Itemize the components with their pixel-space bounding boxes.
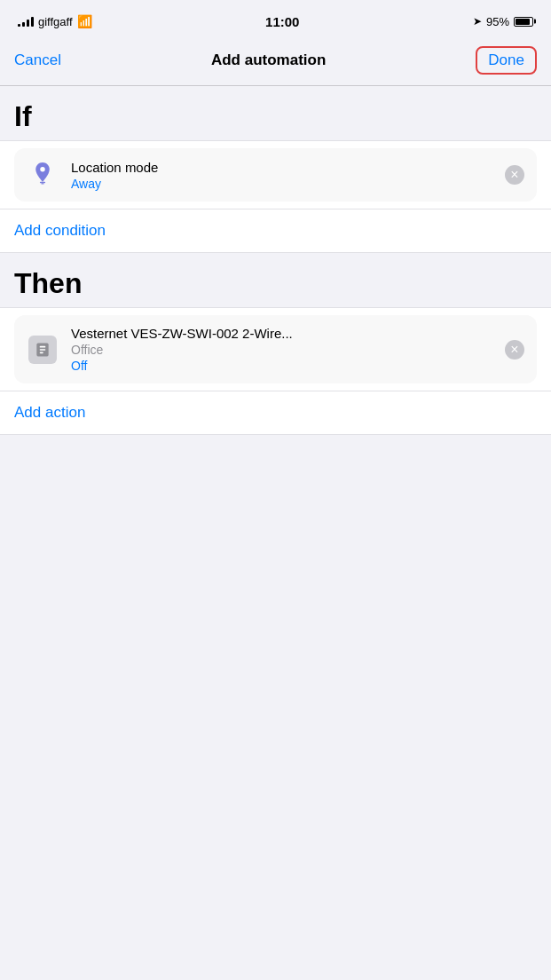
add-action-area: Add action [0,391,551,435]
if-section-header: If [0,86,551,140]
condition-title: Location mode [71,160,492,175]
status-left: giffgaff 📶 [18,14,92,28]
add-condition-area: Add condition [0,209,551,253]
then-section: Then Vesternet VES-ZW-SWI-002 2-Wire. [0,253,551,435]
status-bar: giffgaff 📶 11:00 ➤ 95% [0,0,551,39]
add-action-button[interactable]: Add action [0,391,551,434]
signal-bars-icon [18,16,34,27]
action-state: Off [71,359,492,373]
svg-rect-4 [40,345,46,347]
signal-bar-4 [31,17,34,27]
nav-bar: Cancel Add automation Done [0,39,551,86]
action-location: Office [71,343,492,357]
cancel-button[interactable]: Cancel [14,51,61,69]
battery-icon [514,17,533,27]
svg-rect-2 [41,183,43,184]
battery-percent-label: 95% [486,15,509,28]
done-button[interactable]: Done [476,46,537,75]
svg-rect-5 [40,349,46,351]
action-device-title: Vesternet VES-ZW-SWI-002 2-Wire... [71,326,492,341]
signal-bar-2 [22,22,25,27]
status-right: ➤ 95% [473,15,533,28]
main-content: If Location mode Away Add condition Th [0,86,551,435]
action-text: Vesternet VES-ZW-SWI-002 2-Wire... Offic… [71,326,492,373]
page-title: Add automation [211,51,326,69]
signal-bar-1 [18,24,20,27]
location-arrow-icon: ➤ [473,15,482,28]
remove-action-button[interactable] [505,340,524,360]
action-card: Vesternet VES-ZW-SWI-002 2-Wire... Offic… [14,315,537,383]
remove-condition-button[interactable] [505,165,524,185]
svg-point-0 [40,167,44,171]
then-heading: Then [14,267,82,299]
signal-bar-3 [27,20,29,27]
then-section-header: Then [0,253,551,307]
carrier-label: giffgaff [38,15,73,28]
svg-rect-1 [40,182,45,184]
status-time: 11:00 [265,14,299,29]
location-pin-icon [27,159,59,191]
if-heading: If [14,100,32,132]
svg-rect-6 [40,352,43,353]
add-condition-button[interactable]: Add condition [0,209,551,252]
condition-subtitle: Away [71,177,492,191]
condition-text: Location mode Away [71,160,492,191]
if-card-area: Location mode Away [0,140,551,209]
wifi-icon: 📶 [77,14,92,28]
switch-device-icon [27,334,59,366]
condition-card: Location mode Away [14,148,537,202]
then-card-area: Vesternet VES-ZW-SWI-002 2-Wire... Offic… [0,307,551,391]
